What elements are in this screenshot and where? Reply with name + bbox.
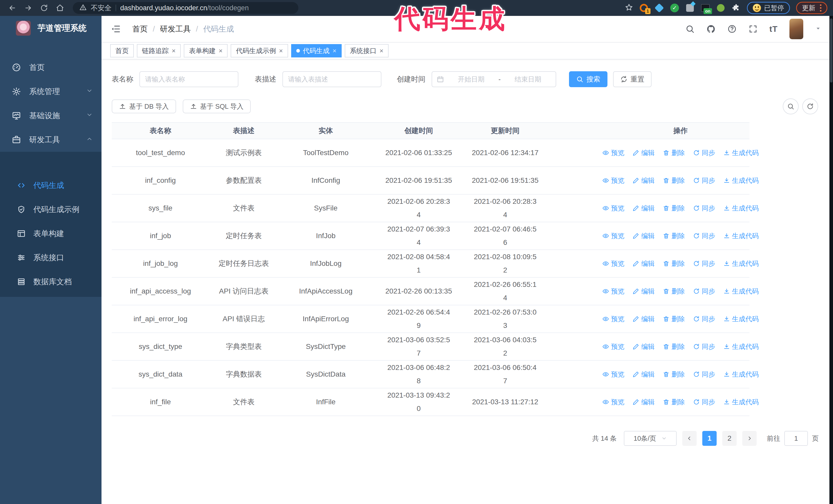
home-icon[interactable] — [53, 1, 67, 15]
search-button[interactable]: 搜索 — [569, 71, 608, 87]
window-scrollbar[interactable] — [829, 16, 833, 504]
sync-link[interactable]: 同步 — [693, 312, 715, 326]
edit-link[interactable]: 编辑 — [633, 146, 654, 160]
generate-code-link[interactable]: 生成代码 — [723, 395, 759, 409]
delete-link[interactable]: 删除 — [663, 257, 685, 270]
sidebar-item-infra[interactable]: 基础设施 — [0, 103, 101, 128]
edit-link[interactable]: 编辑 — [633, 312, 654, 326]
sidebar-item-devtools[interactable]: 研发工具 — [0, 128, 101, 152]
sidebar-item-home[interactable]: 首页 — [0, 55, 101, 79]
back-icon[interactable] — [6, 1, 19, 15]
delete-link[interactable]: 删除 — [663, 395, 685, 409]
extension-key-icon[interactable] — [716, 3, 725, 13]
scrollbar-thumb[interactable] — [830, 19, 832, 82]
forward-icon[interactable] — [22, 1, 35, 15]
preview-link[interactable]: 预览 — [602, 312, 624, 326]
preview-link[interactable]: 预览 — [602, 340, 624, 353]
help-icon[interactable] — [728, 24, 737, 33]
sync-link[interactable]: 同步 — [693, 146, 715, 160]
prev-page-button[interactable] — [682, 431, 697, 446]
preview-link[interactable]: 预览 — [602, 395, 624, 409]
preview-link[interactable]: 预览 — [602, 368, 624, 381]
font-size-icon[interactable]: tT — [769, 24, 778, 34]
address-bar[interactable]: 不安全 dashboard.yudao.iocoder.cn/tool/code… — [73, 2, 298, 14]
generate-code-link[interactable]: 生成代码 — [723, 174, 759, 187]
sidebar-item-system-api[interactable]: 系统接口 — [0, 246, 101, 270]
table-desc-input[interactable] — [282, 71, 381, 87]
generate-code-link[interactable]: 生成代码 — [723, 285, 759, 298]
sync-link[interactable]: 同步 — [693, 229, 715, 242]
refresh-table-button[interactable] — [802, 98, 818, 114]
browser-menu-icon[interactable] — [820, 4, 822, 11]
next-page-button[interactable] — [742, 431, 757, 446]
preview-link[interactable]: 预览 — [602, 285, 624, 298]
sync-link[interactable]: 同步 — [693, 201, 715, 215]
preview-link[interactable]: 预览 — [602, 257, 624, 270]
security-warning-icon[interactable] — [79, 4, 87, 12]
preview-link[interactable]: 预览 — [602, 146, 624, 160]
sync-link[interactable]: 同步 — [693, 368, 715, 381]
sync-link[interactable]: 同步 — [693, 285, 715, 298]
search-icon[interactable] — [685, 24, 695, 33]
delete-link[interactable]: 删除 — [663, 174, 685, 187]
edit-link[interactable]: 编辑 — [633, 340, 654, 353]
sidebar-toggle-icon[interactable] — [110, 23, 121, 34]
extension-tabs-icon[interactable] — [685, 3, 695, 13]
caret-down-icon[interactable] — [815, 25, 821, 32]
delete-link[interactable]: 删除 — [663, 285, 685, 298]
breadcrumb-home[interactable]: 首页 — [132, 24, 148, 34]
sync-link[interactable]: 同步 — [693, 340, 715, 353]
fullscreen-icon[interactable] — [748, 24, 758, 33]
close-icon[interactable]: × — [172, 47, 175, 54]
generate-code-link[interactable]: 生成代码 — [723, 257, 759, 270]
page-button-2[interactable]: 2 — [722, 431, 737, 446]
extension-check-icon[interactable]: ✓ — [670, 3, 679, 13]
close-icon[interactable]: × — [279, 47, 283, 54]
delete-link[interactable]: 删除 — [663, 312, 685, 326]
goto-page-input[interactable] — [784, 431, 808, 446]
edit-link[interactable]: 编辑 — [633, 174, 654, 187]
generate-code-link[interactable]: 生成代码 — [723, 312, 759, 326]
sidebar-item-db-doc[interactable]: 数据库文档 — [0, 270, 101, 294]
delete-link[interactable]: 删除 — [663, 229, 685, 242]
github-icon[interactable] — [706, 24, 716, 33]
sidebar-item-codegen[interactable]: 代码生成 — [0, 173, 101, 197]
import-sql-button[interactable]: 基于 SQL 导入 — [183, 99, 251, 113]
update-button[interactable]: 更新 — [796, 2, 827, 14]
generate-code-link[interactable]: 生成代码 — [723, 340, 759, 353]
avatar[interactable] — [789, 19, 803, 39]
edit-link[interactable]: 编辑 — [633, 257, 654, 270]
delete-link[interactable]: 删除 — [663, 201, 685, 215]
sidebar-item-system[interactable]: 系统管理 — [0, 79, 101, 103]
tab-system-api[interactable]: 系统接口× — [345, 44, 388, 57]
close-icon[interactable]: × — [380, 47, 383, 54]
page-size-select[interactable]: 10条/页 — [624, 431, 677, 446]
preview-link[interactable]: 预览 — [602, 201, 624, 215]
edit-link[interactable]: 编辑 — [633, 368, 654, 381]
reset-button[interactable]: 重置 — [613, 71, 651, 87]
delete-link[interactable]: 删除 — [663, 340, 685, 353]
edit-link[interactable]: 编辑 — [633, 229, 654, 242]
tab-home[interactable]: 首页 — [110, 44, 134, 57]
extension-gem-icon[interactable] — [654, 3, 664, 13]
reload-icon[interactable] — [38, 1, 51, 15]
edit-link[interactable]: 编辑 — [633, 395, 654, 409]
delete-link[interactable]: 删除 — [663, 146, 685, 160]
extensions-puzzle-icon[interactable] — [732, 3, 741, 13]
close-icon[interactable]: × — [219, 47, 222, 54]
import-db-button[interactable]: 基于 DB 导入 — [112, 99, 176, 113]
sidebar-item-form-builder[interactable]: 表单构建 — [0, 221, 101, 246]
date-range-picker[interactable]: 开始日期 - 结束日期 — [432, 71, 556, 87]
extension-dark-icon[interactable]: on — [701, 3, 710, 13]
app-logo[interactable]: 芋道管理系统 — [0, 16, 101, 41]
extension-orange-icon[interactable]: 1 — [639, 3, 648, 13]
edit-link[interactable]: 编辑 — [633, 201, 654, 215]
preview-link[interactable]: 预览 — [602, 174, 624, 187]
tab-form-builder[interactable]: 表单构建× — [184, 44, 228, 57]
generate-code-link[interactable]: 生成代码 — [723, 229, 759, 242]
close-icon[interactable]: × — [333, 47, 336, 54]
sync-link[interactable]: 同步 — [693, 174, 715, 187]
generate-code-link[interactable]: 生成代码 — [723, 201, 759, 215]
page-button-1[interactable]: 1 — [702, 431, 717, 446]
breadcrumb-section[interactable]: 研发工具 — [160, 24, 191, 34]
